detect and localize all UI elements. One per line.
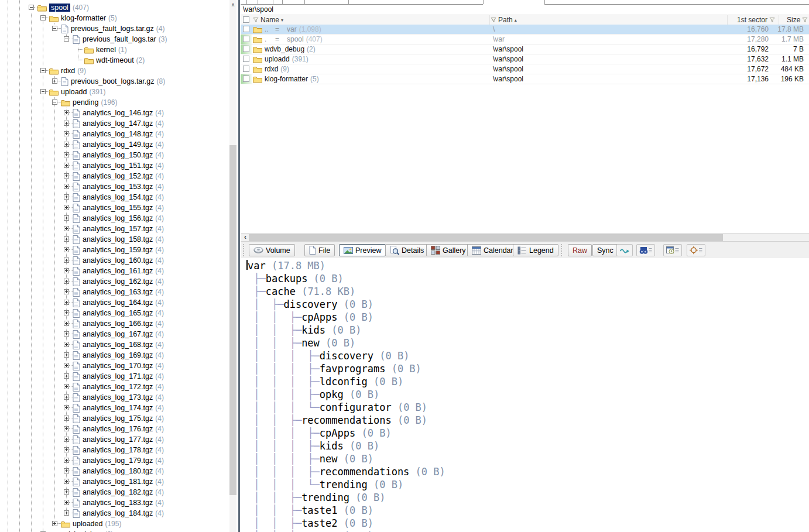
expand-plus-icon[interactable] <box>64 173 69 179</box>
tree-item-analytics_log_175.tgz[interactable]: analytics_log_175.tgz(4) <box>0 413 229 424</box>
tab-strip[interactable] <box>241 0 809 5</box>
scroll-left-icon[interactable]: ‹ <box>242 234 249 241</box>
column-header-path[interactable]: Path▴ <box>491 15 517 25</box>
tree-item-uploadd[interactable]: uploadd(391) <box>0 87 229 97</box>
expand-plus-icon[interactable] <box>64 468 69 473</box>
expand-plus-icon[interactable] <box>64 384 69 389</box>
calendar-list-button[interactable] <box>663 244 682 256</box>
expand-plus-icon[interactable] <box>64 300 69 305</box>
expand-plus-icon[interactable] <box>64 194 69 200</box>
tree-item-analytics_log_162.tgz[interactable]: analytics_log_162.tgz(4) <box>0 276 229 287</box>
expand-plus-icon[interactable] <box>52 78 57 84</box>
expand-plus-icon[interactable] <box>64 289 69 294</box>
tree-item-spool[interactable]: spool(407) <box>0 2 229 13</box>
expand-plus-icon[interactable] <box>64 437 69 442</box>
toolbar-grip[interactable] <box>243 244 244 256</box>
tree-item-pending[interactable]: pending(196) <box>0 97 229 108</box>
tree-item-analytics_log_181.tgz[interactable]: analytics_log_181.tgz(4) <box>0 476 229 487</box>
expand-plus-icon[interactable] <box>52 521 57 526</box>
expand-plus-icon[interactable] <box>64 479 69 484</box>
tree-item-uploaded[interactable]: uploaded(195) <box>0 519 229 529</box>
tree-item-analytics_log_168.tgz[interactable]: analytics_log_168.tgz(4) <box>0 339 229 350</box>
row-checkbox[interactable] <box>243 36 249 42</box>
expand-plus-icon[interactable] <box>64 226 69 231</box>
tree-item-analytics_log_146.tgz[interactable]: analytics_log_146.tgz(4) <box>0 108 229 118</box>
file-row-spool[interactable]: .=spool(407)\var17,2801.7 MB <box>241 35 809 44</box>
collapse-minus-icon[interactable] <box>40 15 46 20</box>
tree-item-analytics_log_178.tgz[interactable]: analytics_log_178.tgz(4) <box>0 445 229 455</box>
sync-button[interactable]: Sync <box>592 244 618 256</box>
collapse-minus-icon[interactable] <box>29 5 34 10</box>
legend-button[interactable]: Legend <box>513 244 558 256</box>
tree-item-analytics_log_172.tgz[interactable]: analytics_log_172.tgz(4) <box>0 382 229 392</box>
position-list-button[interactable] <box>687 244 705 256</box>
tree-item-analytics_log_167.tgz[interactable]: analytics_log_167.tgz(4) <box>0 329 229 339</box>
volume-button[interactable]: Volume <box>249 244 295 256</box>
collapse-minus-icon[interactable] <box>52 26 57 31</box>
tree-item-analytics_log_150.tgz[interactable]: analytics_log_150.tgz(4) <box>0 150 229 160</box>
calendar-button[interactable]: Calendar <box>467 244 518 256</box>
tree-item-analytics_log_152.tgz[interactable]: analytics_log_152.tgz(4) <box>0 171 229 181</box>
expand-plus-icon[interactable] <box>64 363 69 368</box>
funnel-icon[interactable] <box>253 17 259 23</box>
expand-plus-icon[interactable] <box>64 247 69 252</box>
expand-plus-icon[interactable] <box>64 279 69 284</box>
tree-item-analytics_log_147.tgz[interactable]: analytics_log_147.tgz(4) <box>0 118 229 129</box>
tree-item-analytics_log_149.tgz[interactable]: analytics_log_149.tgz(4) <box>0 139 229 150</box>
row-checkbox[interactable] <box>243 46 249 52</box>
expand-plus-icon[interactable] <box>64 489 69 495</box>
tree-item-rdxd[interactable]: rdxd(9) <box>0 66 229 76</box>
expand-plus-icon[interactable] <box>64 163 69 168</box>
row-checkbox[interactable] <box>243 56 249 62</box>
tree-item-analytics_log_174.tgz[interactable]: analytics_log_174.tgz(4) <box>0 403 229 413</box>
expand-plus-icon[interactable] <box>64 142 69 147</box>
file-row-uploadd[interactable]: uploadd(391)\var\spool17,6321.1 MB <box>241 54 809 64</box>
tree-item-analytics_log_183.tgz[interactable]: analytics_log_183.tgz(4) <box>0 497 229 508</box>
preview-button[interactable]: Preview <box>339 244 386 256</box>
column-header-name[interactable]: Name▾ <box>253 15 283 25</box>
expand-plus-icon[interactable] <box>64 510 69 516</box>
tree-item-kernel[interactable]: kernel(1) <box>0 44 229 55</box>
find-in-list-button[interactable] <box>636 244 655 256</box>
expand-plus-icon[interactable] <box>64 373 69 379</box>
row-checkbox[interactable] <box>243 26 249 32</box>
tree-item-analytics_log_179.tgz[interactable]: analytics_log_179.tgz(4) <box>0 455 229 466</box>
tree-item-previous_boot_logs.tar.gz[interactable]: previous_boot_logs.tar.gz(8) <box>0 76 229 87</box>
wave-button[interactable] <box>616 244 633 256</box>
panel-splitter[interactable] <box>238 0 240 532</box>
toolbar-grip[interactable] <box>561 244 562 256</box>
expand-plus-icon[interactable] <box>64 131 69 136</box>
file-row-rdxd[interactable]: rdxd(9)\var\spool17,672484 KB <box>241 64 809 74</box>
tree-scrollbar[interactable]: ∧ <box>229 0 236 532</box>
file-button[interactable]: File <box>304 244 335 256</box>
tree-item-analytics_log_177.tgz[interactable]: analytics_log_177.tgz(4) <box>0 434 229 445</box>
tree-item-analytics_log_173.tgz[interactable]: analytics_log_173.tgz(4) <box>0 392 229 403</box>
tree-item-analytics_log_170.tgz[interactable]: analytics_log_170.tgz(4) <box>0 361 229 371</box>
expand-plus-icon[interactable] <box>64 121 69 126</box>
tree-item-analytics_log_160.tgz[interactable]: analytics_log_160.tgz(4) <box>0 255 229 266</box>
expand-plus-icon[interactable] <box>64 405 69 410</box>
tree-item-analytics_log_161.tgz[interactable]: analytics_log_161.tgz(4) <box>0 266 229 276</box>
tree-item-analytics_log_166.tgz[interactable]: analytics_log_166.tgz(4) <box>0 318 229 329</box>
preview-pane[interactable]: var (17.8 MB) ├─backups (0 B) ├─cache (7… <box>241 258 809 532</box>
column-header-sector[interactable]: 1st sector <box>737 15 775 25</box>
expand-plus-icon[interactable] <box>64 331 69 337</box>
tree-item-analytics_log_164.tgz[interactable]: analytics_log_164.tgz(4) <box>0 297 229 308</box>
tree-item-wdvb_debug[interactable]: wdvb_debug(2) <box>0 529 229 532</box>
tree-item-analytics_log_165.tgz[interactable]: analytics_log_165.tgz(4) <box>0 308 229 318</box>
collapse-minus-icon[interactable] <box>52 99 57 105</box>
expand-plus-icon[interactable] <box>64 205 69 210</box>
header-checkbox[interactable] <box>243 16 249 23</box>
tree-item-analytics_log_157.tgz[interactable]: analytics_log_157.tgz(4) <box>0 224 229 234</box>
funnel-icon[interactable] <box>802 17 808 23</box>
tree-item-analytics_log_182.tgz[interactable]: analytics_log_182.tgz(4) <box>0 487 229 497</box>
funnel-icon[interactable] <box>769 17 775 23</box>
expand-plus-icon[interactable] <box>64 268 69 273</box>
tree-item-analytics_log_176.tgz[interactable]: analytics_log_176.tgz(4) <box>0 424 229 434</box>
collapse-minus-icon[interactable] <box>64 36 69 42</box>
gallery-button[interactable]: Gallery <box>426 244 471 256</box>
expand-plus-icon[interactable] <box>64 236 69 242</box>
expand-plus-icon[interactable] <box>64 215 69 221</box>
tree-scrollbar-thumb[interactable] <box>229 145 236 495</box>
tree-item-analytics_log_163.tgz[interactable]: analytics_log_163.tgz(4) <box>0 287 229 297</box>
